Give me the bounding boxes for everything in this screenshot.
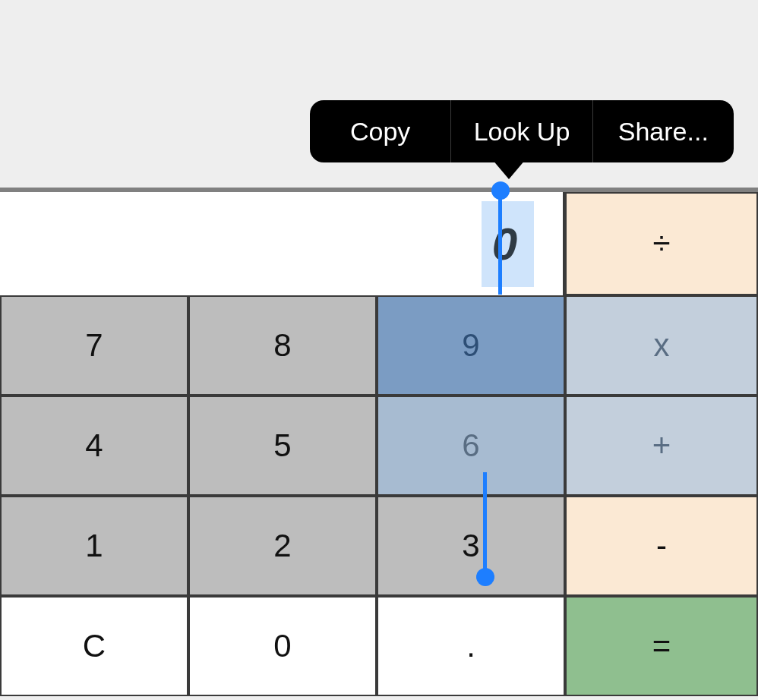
calculator: 0 ÷ 7 8 9 x 4 5 6 + 1 2 3 - C 0 . = [0, 188, 758, 696]
multiply-button[interactable]: x [565, 295, 758, 396]
selection-caret-bottom [483, 472, 487, 571]
key-6[interactable]: 6 [377, 396, 565, 496]
key-8[interactable]: 8 [188, 295, 377, 396]
display-value: 0 [492, 219, 517, 270]
key-1[interactable]: 1 [0, 496, 188, 596]
divide-button[interactable]: ÷ [565, 192, 758, 295]
key-3[interactable]: 3 [377, 496, 565, 596]
equals-button[interactable]: = [565, 596, 758, 696]
key-4[interactable]: 4 [0, 396, 188, 496]
selection-caret-top [498, 192, 502, 295]
key-0[interactable]: 0 [188, 596, 377, 696]
selection-handle-top[interactable] [491, 181, 510, 200]
clear-button[interactable]: C [0, 596, 188, 696]
add-button[interactable]: + [565, 396, 758, 496]
share-button[interactable]: Share... [593, 100, 734, 162]
key-dot[interactable]: . [377, 596, 565, 696]
key-5[interactable]: 5 [188, 396, 377, 496]
copy-button[interactable]: Copy [310, 100, 451, 162]
key-9[interactable]: 9 [377, 295, 565, 396]
lookup-button[interactable]: Look Up [451, 100, 592, 162]
subtract-button[interactable]: - [565, 496, 758, 596]
key-2[interactable]: 2 [188, 496, 377, 596]
display[interactable]: 0 [0, 192, 565, 295]
key-7[interactable]: 7 [0, 295, 188, 396]
text-action-menu: Copy Look Up Share... [310, 100, 734, 162]
selection-handle-bottom[interactable] [476, 568, 494, 586]
